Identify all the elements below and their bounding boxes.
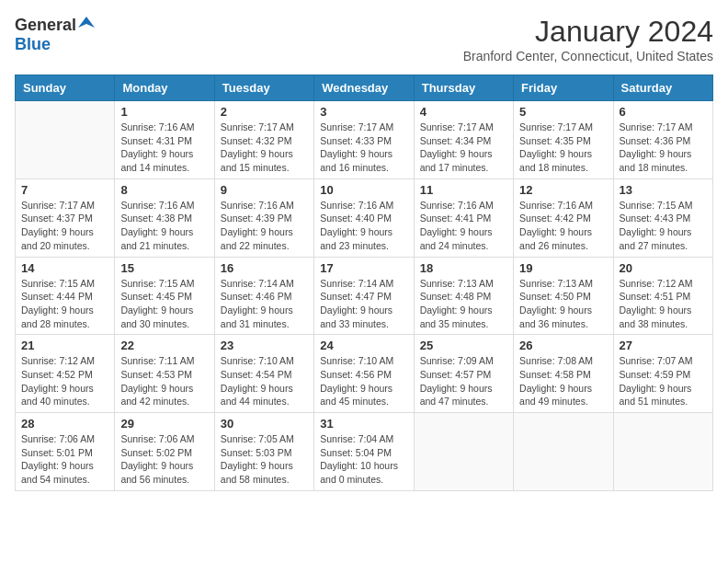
day-number: 2	[221, 105, 308, 119]
day-number: 10	[320, 183, 407, 197]
calendar-day-cell: 20Sunrise: 7:12 AM Sunset: 4:51 PM Dayli…	[613, 257, 712, 335]
day-number: 23	[221, 339, 308, 352]
day-number: 11	[420, 183, 507, 197]
calendar-week-row: 14Sunrise: 7:15 AM Sunset: 4:44 PM Dayli…	[16, 257, 713, 335]
calendar-day-cell: 19Sunrise: 7:13 AM Sunset: 4:50 PM Dayli…	[514, 257, 613, 335]
day-number: 6	[620, 105, 707, 119]
calendar-day-cell: 11Sunrise: 7:16 AM Sunset: 4:41 PM Dayli…	[414, 178, 513, 257]
day-info: Sunrise: 7:17 AM Sunset: 4:32 PM Dayligh…	[221, 121, 308, 175]
location-subtitle: Branford Center, Connecticut, United Sta…	[463, 49, 713, 63]
day-number: 25	[420, 339, 507, 352]
calendar-day-cell: 16Sunrise: 7:14 AM Sunset: 4:46 PM Dayli…	[214, 257, 313, 335]
day-info: Sunrise: 7:06 AM Sunset: 5:01 PM Dayligh…	[21, 432, 108, 487]
calendar-day-cell	[414, 413, 513, 491]
day-info: Sunrise: 7:13 AM Sunset: 4:50 PM Dayligh…	[519, 277, 607, 331]
calendar-col-header: Saturday	[613, 75, 712, 101]
calendar-col-header: Thursday	[414, 75, 513, 101]
calendar-day-cell: 1Sunrise: 7:16 AM Sunset: 4:31 PM Daylig…	[115, 101, 214, 179]
day-number: 22	[120, 339, 208, 352]
day-info: Sunrise: 7:11 AM Sunset: 4:53 PM Dayligh…	[120, 354, 208, 408]
day-number: 29	[120, 417, 208, 431]
day-info: Sunrise: 7:17 AM Sunset: 4:37 PM Dayligh…	[21, 199, 108, 253]
calendar-day-cell: 8Sunrise: 7:16 AM Sunset: 4:38 PM Daylig…	[115, 178, 214, 257]
calendar-day-cell: 27Sunrise: 7:07 AM Sunset: 4:59 PM Dayli…	[613, 335, 712, 413]
logo-general: General	[15, 16, 76, 35]
calendar-day-cell: 4Sunrise: 7:17 AM Sunset: 4:34 PM Daylig…	[414, 101, 513, 179]
calendar-day-cell: 31Sunrise: 7:04 AM Sunset: 5:04 PM Dayli…	[314, 413, 414, 491]
calendar-day-cell	[514, 413, 613, 491]
day-info: Sunrise: 7:04 AM Sunset: 5:04 PM Dayligh…	[320, 432, 407, 487]
calendar-col-header: Wednesday	[314, 75, 414, 101]
day-info: Sunrise: 7:10 AM Sunset: 4:54 PM Dayligh…	[221, 354, 308, 408]
page-header: General Blue January 2024 Branford Cente…	[15, 15, 713, 63]
calendar-week-row: 1Sunrise: 7:16 AM Sunset: 4:31 PM Daylig…	[16, 101, 713, 179]
calendar-day-cell	[16, 101, 115, 179]
logo-blue: Blue	[15, 35, 51, 54]
logo-bird-icon	[78, 15, 95, 31]
calendar-day-cell: 6Sunrise: 7:17 AM Sunset: 4:36 PM Daylig…	[613, 101, 712, 179]
day-number: 8	[120, 183, 208, 197]
calendar-day-cell: 14Sunrise: 7:15 AM Sunset: 4:44 PM Dayli…	[16, 257, 115, 335]
day-info: Sunrise: 7:12 AM Sunset: 4:51 PM Dayligh…	[620, 277, 707, 331]
calendar-header-row: SundayMondayTuesdayWednesdayThursdayFrid…	[16, 75, 713, 101]
calendar-day-cell: 12Sunrise: 7:16 AM Sunset: 4:42 PM Dayli…	[514, 178, 613, 257]
day-number: 18	[420, 261, 507, 275]
day-number: 15	[120, 261, 208, 275]
day-info: Sunrise: 7:12 AM Sunset: 4:52 PM Dayligh…	[21, 354, 108, 408]
calendar-day-cell: 10Sunrise: 7:16 AM Sunset: 4:40 PM Dayli…	[314, 178, 414, 257]
calendar-day-cell: 28Sunrise: 7:06 AM Sunset: 5:01 PM Dayli…	[16, 413, 115, 491]
day-info: Sunrise: 7:13 AM Sunset: 4:48 PM Dayligh…	[420, 277, 507, 331]
day-number: 16	[221, 261, 308, 275]
day-number: 13	[620, 183, 707, 197]
calendar-week-row: 28Sunrise: 7:06 AM Sunset: 5:01 PM Dayli…	[16, 413, 713, 491]
day-info: Sunrise: 7:10 AM Sunset: 4:56 PM Dayligh…	[320, 354, 407, 408]
calendar-day-cell: 29Sunrise: 7:06 AM Sunset: 5:02 PM Dayli…	[115, 413, 214, 491]
day-number: 30	[221, 417, 308, 431]
calendar-col-header: Monday	[115, 75, 214, 101]
day-info: Sunrise: 7:14 AM Sunset: 4:46 PM Dayligh…	[221, 277, 308, 331]
day-number: 31	[320, 417, 407, 431]
calendar-day-cell: 7Sunrise: 7:17 AM Sunset: 4:37 PM Daylig…	[16, 178, 115, 257]
calendar-col-header: Friday	[514, 75, 613, 101]
day-number: 26	[519, 339, 607, 352]
day-info: Sunrise: 7:16 AM Sunset: 4:42 PM Dayligh…	[519, 199, 607, 253]
calendar-day-cell: 23Sunrise: 7:10 AM Sunset: 4:54 PM Dayli…	[214, 335, 313, 413]
day-number: 7	[21, 183, 108, 197]
day-info: Sunrise: 7:14 AM Sunset: 4:47 PM Dayligh…	[320, 277, 407, 331]
calendar-table: SundayMondayTuesdayWednesdayThursdayFrid…	[15, 75, 713, 491]
day-number: 12	[519, 183, 607, 197]
day-info: Sunrise: 7:16 AM Sunset: 4:39 PM Dayligh…	[221, 199, 308, 253]
calendar-day-cell: 18Sunrise: 7:13 AM Sunset: 4:48 PM Dayli…	[414, 257, 513, 335]
day-info: Sunrise: 7:16 AM Sunset: 4:38 PM Dayligh…	[120, 199, 208, 253]
calendar-day-cell: 26Sunrise: 7:08 AM Sunset: 4:58 PM Dayli…	[514, 335, 613, 413]
calendar-week-row: 21Sunrise: 7:12 AM Sunset: 4:52 PM Dayli…	[16, 335, 713, 413]
calendar-day-cell: 15Sunrise: 7:15 AM Sunset: 4:45 PM Dayli…	[115, 257, 214, 335]
day-number: 21	[21, 339, 108, 352]
calendar-day-cell: 17Sunrise: 7:14 AM Sunset: 4:47 PM Dayli…	[314, 257, 414, 335]
day-info: Sunrise: 7:16 AM Sunset: 4:40 PM Dayligh…	[320, 199, 407, 253]
day-number: 4	[420, 105, 507, 119]
day-number: 24	[320, 339, 407, 352]
calendar-day-cell: 22Sunrise: 7:11 AM Sunset: 4:53 PM Dayli…	[115, 335, 214, 413]
day-number: 14	[21, 261, 108, 275]
calendar-day-cell: 9Sunrise: 7:16 AM Sunset: 4:39 PM Daylig…	[214, 178, 313, 257]
calendar-day-cell: 13Sunrise: 7:15 AM Sunset: 4:43 PM Dayli…	[613, 178, 712, 257]
day-info: Sunrise: 7:08 AM Sunset: 4:58 PM Dayligh…	[519, 354, 607, 408]
day-info: Sunrise: 7:17 AM Sunset: 4:33 PM Dayligh…	[320, 121, 407, 175]
day-number: 20	[620, 261, 707, 275]
day-number: 19	[519, 261, 607, 275]
day-info: Sunrise: 7:15 AM Sunset: 4:45 PM Dayligh…	[120, 277, 208, 331]
logo: General Blue	[15, 15, 95, 54]
month-year-title: January 2024	[463, 15, 713, 49]
day-number: 28	[21, 417, 108, 431]
calendar-day-cell: 2Sunrise: 7:17 AM Sunset: 4:32 PM Daylig…	[214, 101, 313, 179]
calendar-week-row: 7Sunrise: 7:17 AM Sunset: 4:37 PM Daylig…	[16, 178, 713, 257]
calendar-day-cell: 25Sunrise: 7:09 AM Sunset: 4:57 PM Dayli…	[414, 335, 513, 413]
calendar-day-cell: 3Sunrise: 7:17 AM Sunset: 4:33 PM Daylig…	[314, 101, 414, 179]
day-info: Sunrise: 7:15 AM Sunset: 4:44 PM Dayligh…	[21, 277, 108, 331]
day-info: Sunrise: 7:16 AM Sunset: 4:41 PM Dayligh…	[420, 199, 507, 253]
calendar-day-cell: 21Sunrise: 7:12 AM Sunset: 4:52 PM Dayli…	[16, 335, 115, 413]
day-info: Sunrise: 7:15 AM Sunset: 4:43 PM Dayligh…	[620, 199, 707, 253]
day-info: Sunrise: 7:17 AM Sunset: 4:34 PM Dayligh…	[420, 121, 507, 175]
svg-marker-0	[78, 17, 95, 28]
